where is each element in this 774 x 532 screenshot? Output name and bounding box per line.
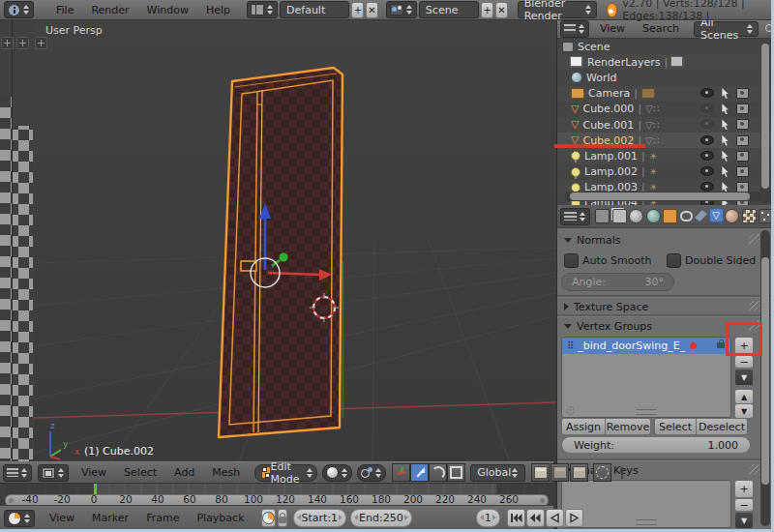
outliner-item-lamp.001[interactable]: Lamp.001|☀ <box>557 148 772 163</box>
translate-manipulator-button[interactable] <box>410 463 429 482</box>
expand-panel-button-2[interactable] <box>16 37 29 49</box>
jump-to-start-button[interactable] <box>507 509 525 527</box>
menu-view[interactable]: View <box>600 22 625 35</box>
menu-file[interactable]: File <box>56 4 74 16</box>
remove-shape-key-button[interactable]: − <box>734 498 754 512</box>
outliner-item-cube.000[interactable]: ▽Cube.000|▽∷ <box>557 102 772 117</box>
outliner-item-renderlayers[interactable]: RenderLayers| <box>557 54 772 70</box>
tab-modifiers[interactable] <box>695 209 707 222</box>
menu-frame[interactable]: Frame <box>146 512 179 524</box>
list-resize-grip[interactable] <box>636 409 657 415</box>
lock-button[interactable] <box>278 509 287 527</box>
tab-texture[interactable] <box>742 209 757 223</box>
eye-icon[interactable] <box>700 103 714 113</box>
mode-dropdown[interactable]: Edit Mode <box>254 464 317 482</box>
shape-key-specials-dropdown[interactable]: ▼ <box>734 512 754 529</box>
tab-render-layers[interactable] <box>612 209 627 223</box>
vertex-group-item[interactable]: ⠿ _bind_doorSwing_E_ <box>562 338 730 354</box>
outliner-editor-selector[interactable] <box>560 20 589 38</box>
menu-window[interactable]: Window <box>147 4 189 16</box>
remove-button[interactable]: Remove <box>605 418 651 435</box>
deselect-button[interactable]: Deselect <box>696 418 748 435</box>
menu-view[interactable]: View <box>81 466 106 479</box>
toolshelf-expand-button[interactable] <box>35 37 47 49</box>
selectable-cursor-icon[interactable] <box>721 135 729 146</box>
play-forward-button[interactable] <box>565 509 583 527</box>
outliner-item-world[interactable]: World <box>557 70 772 85</box>
tab-render[interactable] <box>595 209 610 223</box>
scene-icon-button[interactable] <box>386 1 417 18</box>
selectable-cursor-icon[interactable] <box>721 88 729 99</box>
texture-space-panel-header[interactable]: Texture Space <box>557 298 772 315</box>
eye-icon[interactable] <box>700 166 714 176</box>
vertex-group-specials-dropdown[interactable]: ▼ <box>734 369 754 386</box>
decrement-icon[interactable] <box>297 515 301 520</box>
play-reverse-button[interactable] <box>546 509 564 527</box>
eye-icon[interactable] <box>700 119 714 129</box>
menu-playback[interactable]: Playback <box>196 512 244 524</box>
snap-cube-button-1[interactable] <box>531 463 550 482</box>
render-restrict-icon[interactable] <box>736 119 749 130</box>
render-restrict-icon[interactable] <box>736 135 749 146</box>
eye-icon[interactable] <box>700 182 714 192</box>
render-restrict-icon[interactable] <box>736 103 749 114</box>
end-frame-field[interactable]: End: 250 <box>350 509 412 527</box>
angle-slider[interactable]: Angle: 30° <box>561 273 674 291</box>
selectable-cursor-icon[interactable] <box>721 166 729 177</box>
menu-render[interactable]: Render <box>91 4 129 16</box>
screen-layout-field[interactable]: Default <box>280 1 349 18</box>
menu-view[interactable]: View <box>49 512 74 524</box>
scrollbar-thumb[interactable] <box>761 257 769 485</box>
render-engine-dropdown[interactable]: Blender Render <box>518 1 597 18</box>
normals-panel-header[interactable]: Normals <box>557 231 772 249</box>
display-filter-dropdown[interactable]: All Scenes <box>694 21 759 37</box>
menu-mesh[interactable]: Mesh <box>212 466 240 479</box>
move-group-down-button[interactable]: ▼ <box>734 403 754 419</box>
tab-object[interactable] <box>663 209 677 223</box>
tab-world[interactable] <box>646 209 661 223</box>
scene-name-field[interactable]: Scene <box>419 1 479 18</box>
viewport-shading-dropdown[interactable] <box>322 464 352 482</box>
vertex-groups-list[interactable]: ⠿ _bind_doorSwing_E_ + <box>561 337 731 418</box>
increment-icon[interactable] <box>339 515 342 520</box>
shape-keys-list[interactable]: + <box>561 480 731 528</box>
outliner-item-cube.001[interactable]: ▽Cube.001|▽∷ <box>557 117 772 133</box>
auto-smooth-checkbox[interactable] <box>564 253 579 268</box>
render-restrict-icon[interactable] <box>736 151 749 162</box>
preview-range-button[interactable] <box>261 509 276 527</box>
increment-icon[interactable] <box>404 515 408 520</box>
selectable-cursor-icon[interactable] <box>721 151 729 162</box>
tab-scene[interactable] <box>629 209 643 223</box>
outliner-vertical-scrollbar[interactable] <box>760 41 770 203</box>
add-shape-key-button[interactable]: + <box>734 480 754 498</box>
manipulator-axes-button[interactable] <box>392 463 410 482</box>
scrollbar-thumb[interactable] <box>570 192 750 200</box>
add-layout-button[interactable]: + <box>351 2 364 18</box>
start-frame-field[interactable]: Start: 1 <box>293 509 347 527</box>
scale-manipulator-button[interactable] <box>447 463 465 482</box>
bottom-strip-editor-selector[interactable] <box>3 464 32 482</box>
menu-marker[interactable]: Marker <box>92 512 129 524</box>
delete-scene-button[interactable]: ✕ <box>495 2 508 18</box>
3d-viewport[interactable]: User Persp (1) Cube.002 z y x <box>34 19 556 462</box>
outliner-item-lamp.002[interactable]: Lamp.002|☀ <box>557 164 772 180</box>
snap-cube-button-2[interactable] <box>551 463 569 482</box>
orientation-dropdown[interactable]: Global <box>470 464 525 482</box>
menu-add[interactable]: Add <box>174 466 194 479</box>
timeline-editor-selector[interactable] <box>4 510 35 527</box>
timeline-ruler[interactable]: -40-200204060801001201401601802002202402… <box>0 482 553 506</box>
strip-divider[interactable] <box>12 19 13 462</box>
pivot-point-dropdown[interactable] <box>357 464 386 482</box>
delete-layout-button[interactable]: ✕ <box>366 2 378 18</box>
render-restrict-icon[interactable] <box>736 88 749 99</box>
expand-panel-button-1[interactable] <box>1 37 14 49</box>
info-editor-selector[interactable] <box>4 1 34 18</box>
weight-slider[interactable]: Weight: 1.000 <box>561 436 751 454</box>
increment-icon[interactable] <box>492 515 496 520</box>
outliner-item-camera[interactable]: Camera| <box>557 86 772 102</box>
decrement-icon[interactable] <box>354 515 358 520</box>
remove-vertex-group-button[interactable]: − <box>734 355 754 369</box>
scrollbar-thumb[interactable] <box>761 44 769 189</box>
properties-vertical-scrollbar[interactable] <box>760 230 770 526</box>
select-button[interactable]: Select <box>654 418 697 435</box>
